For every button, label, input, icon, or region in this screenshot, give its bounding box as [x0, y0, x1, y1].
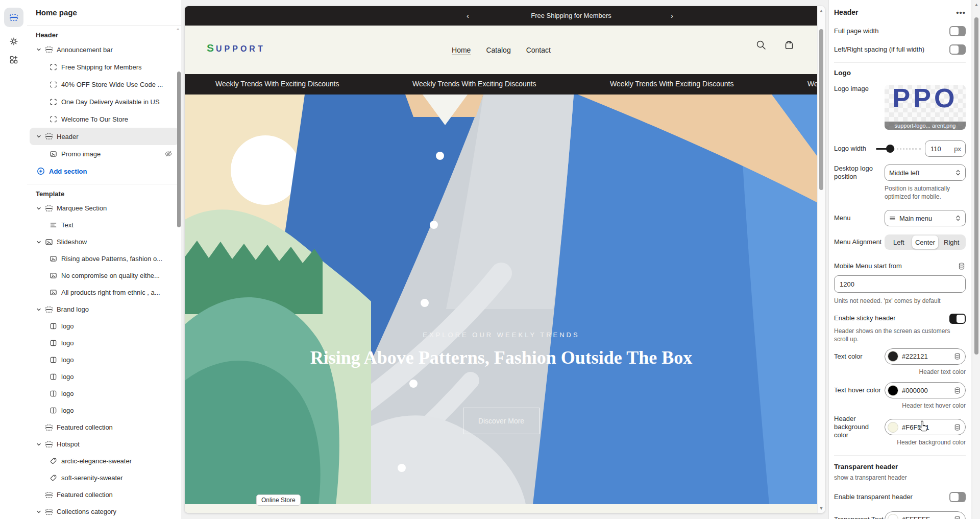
- layer-row-slide[interactable]: Rising above Patterns, fashion o...: [30, 250, 179, 267]
- panel-scrollbar[interactable]: ▲: [973, 0, 980, 519]
- cart-basket-icon[interactable]: [783, 39, 795, 51]
- dynamic-source-icon[interactable]: [953, 515, 961, 519]
- layer-row-announcement-bar[interactable]: Announcement bar: [30, 41, 179, 58]
- layer-row-product-tag[interactable]: soft-serenity-sweater: [30, 469, 179, 486]
- layer-row-featured-collection[interactable]: Featured collection: [30, 486, 179, 503]
- theme-settings-button[interactable]: [4, 32, 23, 51]
- logo-width-input[interactable]: [929, 145, 945, 153]
- announcement-bar[interactable]: ‹ Free Shipping for Members ›: [185, 6, 818, 26]
- layer-row-text[interactable]: Text: [30, 217, 179, 233]
- text-hover-color-picker[interactable]: #000000: [885, 382, 966, 398]
- layer-row-promo-image[interactable]: Promo image: [30, 145, 179, 162]
- chevron-down-icon[interactable]: [36, 205, 42, 211]
- scroll-up-icon[interactable]: ▲: [818, 8, 825, 13]
- logo-heading: Logo: [834, 69, 966, 77]
- scroll-down-icon[interactable]: ▼: [818, 506, 825, 511]
- layer-row-block[interactable]: 40% OFF Store Wide Use Code ...: [30, 76, 179, 93]
- layer-row-logo[interactable]: logo: [30, 385, 179, 402]
- dynamic-source-icon[interactable]: [958, 262, 966, 270]
- transparent-text-color-picker[interactable]: #FFFFFF: [885, 511, 966, 519]
- layer-row-logo[interactable]: logo: [30, 402, 179, 419]
- hero-slideshow[interactable]: EXPLORE OUR WEEKLY TRENDS Rising Above P…: [185, 95, 818, 504]
- discover-more-button[interactable]: Discover More: [463, 408, 540, 434]
- hero-title: Rising Above Patterns, Fashion Outside T…: [185, 347, 818, 368]
- logo-image-thumbnail[interactable]: PPO support-logo... arent.png: [885, 85, 966, 130]
- add-section-button[interactable]: Add section: [30, 162, 179, 180]
- layer-label: Hotspot: [57, 440, 80, 448]
- chevron-down-icon[interactable]: [36, 509, 42, 515]
- layer-row-logo[interactable]: logo: [30, 318, 179, 335]
- dynamic-source-icon[interactable]: [953, 387, 961, 394]
- scroll-up-icon[interactable]: ▲: [973, 2, 980, 7]
- chevron-down-icon[interactable]: [36, 46, 42, 53]
- logo-width-slider[interactable]: [876, 145, 921, 153]
- align-left-button[interactable]: Left: [886, 235, 912, 249]
- eye-slash-icon[interactable]: [164, 150, 173, 158]
- mobile-menu-help: Units not needed. 'px' comes by default: [834, 297, 966, 305]
- nav-home[interactable]: Home: [452, 46, 471, 54]
- sidebar-scroll-up-icon[interactable]: ⌃: [176, 28, 180, 33]
- layer-row-marquee-section[interactable]: Marquee Section: [30, 200, 179, 217]
- mobile-menu-input[interactable]: [834, 275, 966, 293]
- align-center-button[interactable]: Center: [912, 235, 939, 249]
- announcement-next-icon[interactable]: ›: [671, 11, 673, 21]
- logo-width-value-box: px: [925, 140, 966, 157]
- layer-row-product-tag[interactable]: arctic-elegance-sweater: [30, 453, 179, 469]
- layer-row-header-selected[interactable]: Header: [30, 128, 179, 145]
- lr-spacing-toggle[interactable]: [949, 44, 966, 55]
- chevron-down-icon[interactable]: [36, 239, 42, 245]
- layer-row-brand-logo[interactable]: Brand logo: [30, 301, 179, 318]
- slider-handle[interactable]: [886, 145, 894, 153]
- add-section-label: Add section: [49, 168, 87, 175]
- dynamic-source-icon[interactable]: [953, 352, 961, 360]
- logo-position-select[interactable]: Middle left: [885, 164, 966, 181]
- sticky-header-toggle[interactable]: [949, 314, 966, 324]
- dynamic-source-icon[interactable]: [953, 423, 961, 431]
- sidebar-scrollbar[interactable]: [177, 72, 181, 227]
- search-icon[interactable]: [755, 39, 767, 51]
- header-bg-color-picker[interactable]: #F6F5E1: [885, 419, 966, 435]
- logo-position-help: Position is automatically optimized for …: [885, 184, 966, 201]
- layer-row-collections-category[interactable]: Collections category: [30, 503, 179, 519]
- layer-row-block[interactable]: Free Shipping for Members: [30, 58, 179, 76]
- layer-row-featured-collection[interactable]: Featured collection: [30, 419, 179, 436]
- layer-row-logo[interactable]: logo: [30, 368, 179, 385]
- layer-label: logo: [61, 390, 74, 397]
- chevron-down-icon[interactable]: [36, 306, 42, 313]
- chevron-down-icon[interactable]: [36, 441, 42, 447]
- store-header[interactable]: SUPPORT Home Catalog Contact: [185, 26, 818, 74]
- nav-catalog[interactable]: Catalog: [486, 46, 510, 54]
- layer-row-block[interactable]: One Day Delivery Available in US: [30, 93, 179, 110]
- layer-row-slideshow[interactable]: Slideshow: [30, 233, 179, 250]
- menu-select[interactable]: Main menu: [885, 210, 966, 226]
- section-icon: [45, 440, 53, 449]
- sections-tab-button[interactable]: [4, 8, 23, 27]
- color-swatch: [888, 514, 898, 519]
- transparent-header-toggle[interactable]: [949, 492, 966, 502]
- text-color-picker[interactable]: #222121: [885, 348, 966, 365]
- header-bg-color-help: Header background color: [834, 438, 966, 446]
- section-icon: [45, 132, 53, 140]
- layer-row-slide[interactable]: No compromise on quality eithe...: [30, 267, 179, 284]
- marquee-text: Weekly Trends With Exciting Discounts: [412, 80, 536, 88]
- nav-contact[interactable]: Contact: [526, 46, 551, 54]
- panel-scroll-thumb[interactable]: [974, 17, 978, 355]
- layer-row-logo[interactable]: logo: [30, 335, 179, 351]
- preview-scrollbar[interactable]: ▲ ▼: [817, 6, 825, 513]
- more-options-icon[interactable]: •••: [956, 8, 966, 17]
- full-page-width-toggle[interactable]: [949, 26, 966, 36]
- color-hex: #000000: [902, 387, 950, 394]
- layer-label: Slideshow: [57, 238, 87, 246]
- group-label-template: Template: [27, 187, 181, 200]
- layer-label: One Day Delivery Available in US: [61, 98, 160, 106]
- layer-row-logo[interactable]: logo: [30, 351, 179, 368]
- app-embeds-button[interactable]: [4, 50, 23, 69]
- preview-scroll-thumb[interactable]: [819, 29, 823, 190]
- chevron-down-icon[interactable]: [36, 133, 42, 139]
- align-right-button[interactable]: Right: [938, 235, 965, 249]
- layer-row-hotspot[interactable]: Hotspot: [30, 436, 179, 453]
- marquee-bar[interactable]: Weekly Trends With Exciting Discounts We…: [185, 74, 818, 95]
- layer-row-slide[interactable]: All products right from ethnic , a...: [30, 284, 179, 301]
- announcement-prev-icon[interactable]: ‹: [467, 11, 469, 21]
- layer-row-block[interactable]: Welcome To Our Store: [30, 110, 179, 128]
